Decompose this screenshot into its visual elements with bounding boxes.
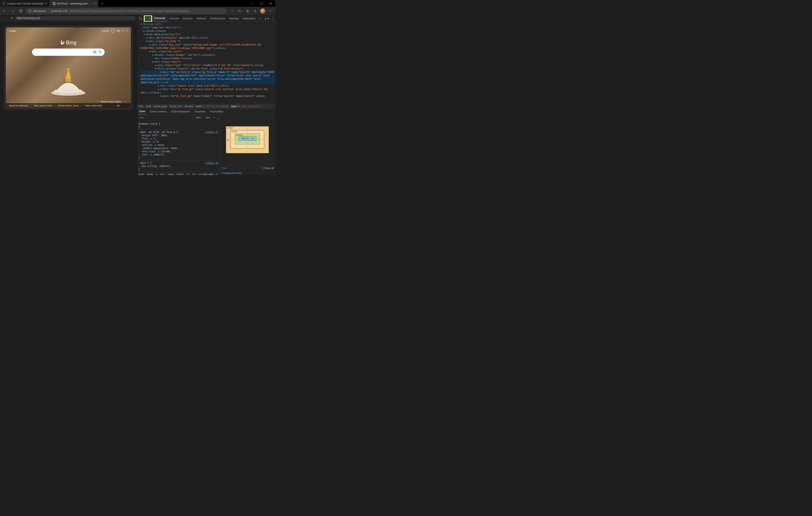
toolbar-right: ☆ ≡☆ ⊞ ⋯ <box>229 8 274 14</box>
bing-images-link[interactable]: Images <box>9 30 16 32</box>
screencast-url[interactable]: https://www.bing.com/ <box>15 16 135 20</box>
close-window-button[interactable]: ✕ <box>266 0 275 7</box>
camera-icon[interactable] <box>93 50 96 54</box>
forward-button[interactable] <box>10 8 16 14</box>
crumb[interactable]: div.sbox <box>184 105 193 108</box>
close-icon[interactable]: × <box>94 2 95 5</box>
tab-elements[interactable]: Elements <box>152 15 167 22</box>
tab-label: DevTools - www.bing.com/ <box>57 2 88 5</box>
svg-rect-17 <box>149 18 150 19</box>
carousel-card[interactable]: Signed and delivered <box>6 104 31 107</box>
carousel-card[interactable]: Father might testify <box>81 104 106 107</box>
expand-icon[interactable] <box>216 115 219 121</box>
crumb[interactable]: div.hp_body <box>154 105 167 108</box>
toggle-device-icon[interactable] <box>145 16 151 21</box>
bing-search-input[interactable] <box>32 49 105 56</box>
minimize-button[interactable]: ─ <box>248 0 257 7</box>
window-controls: ─ ▢ ✕ <box>248 0 275 7</box>
svg-rect-4 <box>54 4 55 5</box>
carousel-card[interactable]: Am <box>106 104 131 107</box>
hotspot-label[interactable]: Harvest season begins <box>100 100 121 103</box>
warnings-badge[interactable]: ▲ 6 ⋮ <box>263 17 275 20</box>
css-rules[interactable]: element.style {}.sbox .sb_form .sb_form_… <box>137 121 219 175</box>
chevron-right-icon[interactable]: › <box>125 100 125 103</box>
svg-rect-0 <box>3 2 5 5</box>
subtab-event-listeners[interactable]: Event Listeners <box>149 109 168 115</box>
svg-point-14 <box>67 68 69 70</box>
show-all-toggle[interactable]: Show all <box>261 167 274 170</box>
subtab-dom-breakpoints[interactable]: DOM Breakpoints <box>170 109 191 115</box>
crumb[interactable]: body <box>146 105 151 108</box>
warning-icon: ▲ <box>264 17 267 20</box>
crumb-active: input#sb_form_q.sb_form_q <box>231 105 261 108</box>
chevron-left-icon[interactable]: ‹ <box>123 100 123 103</box>
tab-application[interactable]: Application <box>241 15 258 22</box>
close-icon[interactable]: × <box>45 2 47 5</box>
refresh-button[interactable] <box>18 8 24 14</box>
screencast-toolbar: ← → ⟳ https://www.bing.com/ <box>0 15 137 21</box>
computed-filter-input[interactable] <box>221 166 261 170</box>
styles-filter-input[interactable] <box>137 116 193 119</box>
chevron-down-icon[interactable]: ⌄ <box>11 100 13 103</box>
crumb[interactable]: html <box>139 105 143 108</box>
box-model-content: 498.531 × 18 <box>239 136 256 141</box>
more-icon[interactable]: ⋯ <box>267 8 274 14</box>
browser-tab-1[interactable]: DevTools - www.bing.com/ × <box>50 0 98 7</box>
separator: | <box>48 9 49 12</box>
carousel-card[interactable]: Debate winners, losers <box>56 104 81 107</box>
browser-tab-0[interactable]: Inspect with Chrome Developer × <box>0 0 50 7</box>
info-icon: ⓘ <box>29 9 31 13</box>
screencast-reload-icon[interactable]: ⟳ <box>11 17 13 20</box>
bing-rewards-icon[interactable]: ⬡ <box>122 30 124 32</box>
favorite-icon[interactable]: ☆ <box>229 8 235 14</box>
page-icon <box>2 2 6 5</box>
tab-memory[interactable]: Memory <box>227 15 241 22</box>
subtab-accessibility[interactable]: Accessibility <box>209 109 224 115</box>
maximize-button[interactable]: ▢ <box>257 0 266 7</box>
svg-rect-2 <box>54 2 55 3</box>
news-carousel[interactable]: Signed and delivered New 'caravan' forms… <box>6 103 131 108</box>
styles-subtabs: Styles Event Listeners DOM Breakpoints P… <box>137 109 275 115</box>
tab-sources[interactable]: Sources <box>181 15 195 22</box>
bing-points[interactable]: 895 <box>116 30 120 32</box>
crumb[interactable]: div.hp_cont <box>170 105 182 108</box>
collections-icon[interactable]: ⊞ <box>244 8 251 14</box>
new-rule-button[interactable]: + <box>212 115 216 120</box>
cls-toggle[interactable]: .cls <box>202 115 212 120</box>
dom-tree[interactable]: <!doctype html> <html lang="en" dir="ltr… <box>137 22 275 104</box>
tab-performance[interactable]: Performance <box>208 15 227 22</box>
tab-console[interactable]: Console <box>167 15 181 22</box>
profile-avatar[interactable] <box>260 8 266 14</box>
styles-area: :hov .cls + element.style {}.sbox .sb_fo… <box>137 115 275 175</box>
devtools-tabs: Elements Console Sources Network Perform… <box>137 15 275 22</box>
screencast-forward-icon[interactable]: → <box>6 17 9 20</box>
new-tab-button[interactable]: + <box>98 0 106 7</box>
inspect-element-icon[interactable] <box>138 16 144 22</box>
device-frame[interactable]: Images Connor 895 ⬡ ≡ Bing <box>4 25 133 110</box>
screencast-back-icon[interactable]: ← <box>2 17 4 20</box>
computed-property[interactable]: ▸ background-color <box>220 171 275 175</box>
dom-breadcrumbs[interactable]: html body div.hp_body div.hp_cont div.sb… <box>137 104 275 109</box>
address-bar[interactable]: ⓘ Not secure | 10.68.241.216:50080/msedg… <box>26 8 227 14</box>
bing-user[interactable]: Connor <box>102 30 109 32</box>
styles-filter-bar: :hov .cls + <box>137 115 219 121</box>
devtools-more-icon[interactable]: ⋮ <box>271 17 274 20</box>
tabs-overflow-icon[interactable]: » <box>258 15 263 22</box>
box-model[interactable]: margin – 10 – – border – – – – padding <box>220 115 275 165</box>
search-icon[interactable] <box>98 50 102 54</box>
subtab-properties[interactable]: Properties <box>194 109 206 115</box>
subtab-styles[interactable]: Styles <box>138 109 146 115</box>
chevron-right-icon: ▸ <box>221 172 222 175</box>
security-status: Not secure <box>33 9 46 12</box>
tab-network[interactable]: Network <box>195 15 208 22</box>
back-button[interactable] <box>2 8 8 14</box>
bing-footer: ⌄ 📍 Harvest season begins ‹ › <box>6 100 131 103</box>
person-icon[interactable] <box>252 8 258 14</box>
favorites-bar-icon[interactable]: ≡☆ <box>237 8 243 14</box>
svg-rect-16 <box>146 17 149 19</box>
hov-toggle[interactable]: :hov <box>193 115 202 120</box>
bing-header: Images Connor 895 ⬡ ≡ <box>6 29 131 33</box>
bing-menu-icon[interactable]: ≡ <box>126 30 127 32</box>
bing-avatar-icon[interactable] <box>111 29 114 33</box>
carousel-card[interactable]: New 'caravan' forms <box>31 104 56 107</box>
